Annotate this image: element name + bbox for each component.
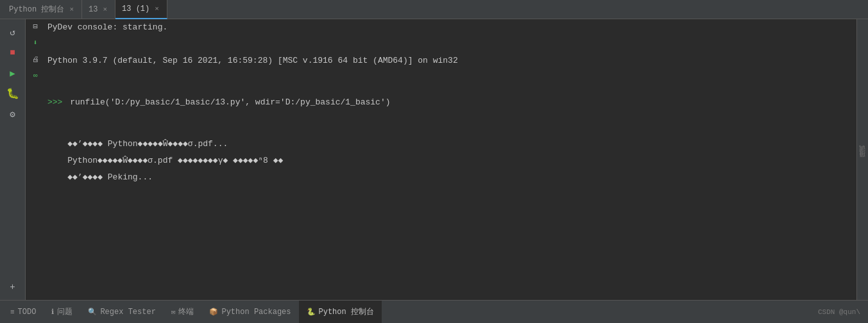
sidebar: ↺ ■ ▶ 🐛 ⚙ + bbox=[0, 19, 26, 300]
console-row-1: ⊟ PyDev console: starting. bbox=[26, 19, 856, 36]
console-row-6: Python◆◆◆◆◆Ŵ◆◆◆◆σ.pdf ◆◆◆◆◆◆◆◆γ◆ ◆◆◆◆◆ⁿ8… bbox=[26, 153, 856, 169]
status-tab-terminal-label: 终端 bbox=[178, 306, 194, 317]
console-text-1: PyDev console: starting. bbox=[45, 21, 856, 35]
console-row-7: ◆◆’◆◆◆◆ Peking... bbox=[26, 169, 856, 186]
right-sidebar: 调试 项目 bbox=[856, 19, 868, 300]
console-area: ⊟ PyDev console: starting. ⬇ 🖨 Python 3.… bbox=[26, 19, 856, 300]
prompt-arrows: >>> bbox=[47, 96, 62, 109]
status-tab-issues-label: 问题 bbox=[57, 306, 72, 317]
tab-bar: Python 控制台 × 13 × 13 (1) × bbox=[0, 0, 868, 19]
prompt-cmd: runfile('D:/py_basic/1_basic/13.py', wdi… bbox=[65, 96, 390, 109]
console-text-7: ◆◆’◆◆◆◆ Peking... bbox=[45, 170, 856, 185]
packages-icon: 📦 bbox=[209, 308, 218, 316]
status-tab-python-console-label: Python 控制台 bbox=[319, 306, 374, 317]
add-btn[interactable]: + bbox=[4, 278, 22, 296]
terminal-icon: ✉ bbox=[171, 308, 176, 316]
row-icon-5 bbox=[26, 137, 45, 138]
status-tab-python-console[interactable]: 🐍 Python 控制台 bbox=[299, 301, 382, 324]
todo-icon: ≡ bbox=[10, 308, 15, 316]
console-row-5: ◆◆’◆◆◆◆ Python◆◆◆◆◆Ŵ◆◆◆◆σ.pdf... bbox=[26, 136, 856, 153]
stop-btn[interactable]: ■ bbox=[4, 44, 22, 62]
tab-py-console[interactable]: Python 控制台 × bbox=[3, 0, 82, 19]
status-tab-python-packages[interactable]: 📦 Python Packages bbox=[201, 301, 298, 324]
row-icon-2: ⬇ bbox=[26, 37, 45, 47]
run-btn[interactable]: ▶ bbox=[4, 64, 22, 82]
console-text-4: >>> runfile('D:/py_basic/1_basic/13.py',… bbox=[45, 70, 856, 135]
row-icon-3: 🖨 bbox=[26, 54, 45, 63]
status-bar: ≡ TODO ℹ 问题 🔍 Regex Tester ✉ 终端 📦 Python… bbox=[0, 300, 868, 323]
tab-13-close[interactable]: × bbox=[101, 5, 108, 14]
console-text-5: ◆◆’◆◆◆◆ Python◆◆◆◆◆Ŵ◆◆◆◆σ.pdf... bbox=[45, 137, 856, 151]
status-tab-python-packages-label: Python Packages bbox=[221, 308, 291, 317]
console-row-4: ∞ >>> runfile('D:/py_basic/1_basic/13.py… bbox=[26, 69, 856, 136]
tab-13-1-close[interactable]: × bbox=[153, 4, 160, 13]
row-icon-7 bbox=[26, 170, 45, 172]
prompt-line: >>> runfile('D:/py_basic/1_basic/13.py',… bbox=[47, 96, 854, 109]
status-right-text: CSDN @qun\ bbox=[818, 308, 865, 316]
console-text-3: Python 3.9.7 (default, Sep 16 2021, 16:5… bbox=[45, 54, 856, 68]
console-text-2 bbox=[45, 37, 856, 38]
issues-icon: ℹ bbox=[51, 308, 54, 316]
row-icon-6 bbox=[26, 154, 45, 155]
status-tab-issues[interactable]: ℹ 问题 bbox=[44, 301, 80, 324]
status-tab-todo-label: TODO bbox=[18, 308, 37, 317]
row-icon-1: ⊟ bbox=[26, 21, 45, 31]
console-row-2: ⬇ bbox=[26, 36, 856, 53]
settings-btn[interactable]: ⚙ bbox=[4, 105, 22, 123]
regex-icon: 🔍 bbox=[88, 308, 97, 316]
tab-13-1[interactable]: 13 (1) × bbox=[115, 0, 167, 19]
tab-13-1-label: 13 (1) bbox=[122, 4, 149, 13]
tab-py-console-label: Python 控制台 bbox=[9, 4, 64, 15]
console-row-3: 🖨 Python 3.9.7 (default, Sep 16 2021, 16… bbox=[26, 53, 856, 69]
status-tab-regex[interactable]: 🔍 Regex Tester bbox=[80, 301, 163, 324]
tab-13[interactable]: 13 × bbox=[82, 0, 115, 19]
status-tab-regex-label: Regex Tester bbox=[100, 308, 155, 317]
tab-py-console-close[interactable]: × bbox=[68, 5, 75, 14]
debug-btn[interactable]: 🐛 bbox=[4, 85, 22, 103]
main-area: ↺ ■ ▶ 🐛 ⚙ + ⊟ PyDev console: starting. ⬇… bbox=[0, 19, 868, 300]
console-text-6: Python◆◆◆◆◆Ŵ◆◆◆◆σ.pdf ◆◆◆◆◆◆◆◆γ◆ ◆◆◆◆◆ⁿ8… bbox=[45, 154, 856, 168]
status-tab-todo[interactable]: ≡ TODO bbox=[3, 301, 44, 324]
tab-13-label: 13 bbox=[89, 5, 98, 14]
status-tab-terminal[interactable]: ✉ 终端 bbox=[164, 301, 202, 324]
python-console-icon: 🐍 bbox=[307, 308, 316, 316]
restart-btn[interactable]: ↺ bbox=[4, 23, 22, 41]
row-icon-4: ∞ bbox=[26, 70, 45, 79]
